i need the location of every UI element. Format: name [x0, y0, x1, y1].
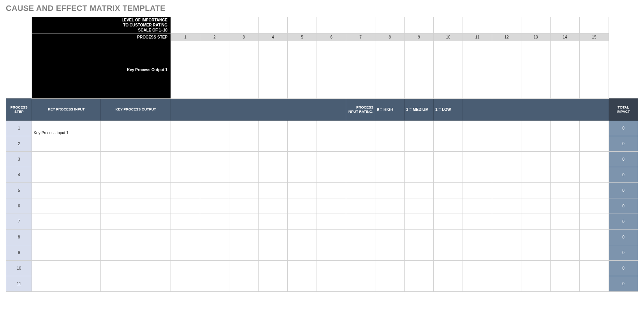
rating-cell[interactable] — [550, 167, 579, 183]
rating-cell[interactable] — [521, 198, 550, 214]
rating-cell[interactable] — [229, 214, 259, 230]
rating-cell[interactable] — [259, 198, 288, 214]
rating-cell[interactable] — [433, 183, 463, 198]
rating-cell[interactable] — [317, 245, 346, 261]
key-process-input-cell[interactable] — [32, 245, 101, 261]
rating-cell[interactable] — [171, 198, 200, 214]
rating-cell[interactable] — [346, 183, 375, 198]
rating-cell[interactable] — [288, 198, 317, 214]
rating-cell[interactable] — [229, 183, 259, 198]
rating-cell[interactable] — [579, 152, 609, 167]
rating-cell[interactable] — [171, 245, 200, 261]
rating-cell[interactable] — [433, 121, 463, 136]
output-cell[interactable] — [288, 41, 317, 99]
importance-cell[interactable] — [375, 17, 405, 33]
rating-cell[interactable] — [346, 136, 375, 152]
rating-cell[interactable] — [346, 167, 375, 183]
rating-cell[interactable] — [288, 245, 317, 261]
rating-cell[interactable] — [200, 198, 229, 214]
output-cell[interactable] — [492, 41, 521, 99]
rating-cell[interactable] — [171, 230, 200, 245]
rating-cell[interactable] — [405, 183, 434, 198]
rating-cell[interactable] — [463, 261, 492, 276]
rating-cell[interactable] — [259, 152, 288, 167]
rating-cell[interactable] — [288, 136, 317, 152]
rating-cell[interactable] — [579, 230, 609, 245]
output-cell[interactable] — [259, 41, 288, 99]
rating-cell[interactable] — [229, 121, 259, 136]
rating-cell[interactable] — [433, 245, 463, 261]
rating-cell[interactable] — [200, 136, 229, 152]
rating-cell[interactable] — [229, 276, 259, 292]
rating-cell[interactable] — [405, 276, 434, 292]
rating-cell[interactable] — [433, 214, 463, 230]
rating-cell[interactable] — [288, 276, 317, 292]
rating-cell[interactable] — [171, 121, 200, 136]
importance-cell[interactable] — [463, 17, 492, 33]
rating-cell[interactable] — [492, 167, 521, 183]
rating-cell[interactable] — [288, 121, 317, 136]
rating-cell[interactable] — [550, 261, 579, 276]
rating-cell[interactable] — [200, 167, 229, 183]
rating-cell[interactable] — [521, 183, 550, 198]
rating-cell[interactable] — [405, 261, 434, 276]
rating-cell[interactable] — [521, 245, 550, 261]
rating-cell[interactable] — [259, 167, 288, 183]
rating-cell[interactable] — [521, 276, 550, 292]
rating-cell[interactable] — [433, 167, 463, 183]
importance-cell[interactable] — [492, 17, 521, 33]
rating-cell[interactable] — [171, 167, 200, 183]
rating-cell[interactable] — [463, 214, 492, 230]
key-process-input-cell[interactable] — [32, 261, 101, 276]
output-cell[interactable] — [375, 41, 405, 99]
importance-cell[interactable] — [521, 17, 550, 33]
rating-cell[interactable] — [405, 230, 434, 245]
key-process-output-cell[interactable] — [101, 214, 171, 230]
output-cell[interactable] — [433, 41, 463, 99]
rating-cell[interactable] — [229, 245, 259, 261]
rating-cell[interactable] — [375, 230, 405, 245]
key-process-output-cell[interactable] — [101, 276, 171, 292]
key-process-input-cell[interactable] — [32, 167, 101, 183]
rating-cell[interactable] — [521, 230, 550, 245]
rating-cell[interactable] — [288, 152, 317, 167]
rating-cell[interactable] — [375, 198, 405, 214]
rating-cell[interactable] — [317, 167, 346, 183]
rating-cell[interactable] — [259, 230, 288, 245]
rating-cell[interactable] — [492, 276, 521, 292]
rating-cell[interactable] — [200, 261, 229, 276]
rating-cell[interactable] — [375, 152, 405, 167]
key-process-input-cell[interactable] — [32, 214, 101, 230]
key-process-input-cell[interactable] — [32, 183, 101, 198]
rating-cell[interactable] — [200, 230, 229, 245]
rating-cell[interactable] — [171, 183, 200, 198]
rating-cell[interactable] — [405, 214, 434, 230]
rating-cell[interactable] — [229, 167, 259, 183]
rating-cell[interactable] — [200, 245, 229, 261]
key-process-input-cell[interactable] — [32, 276, 101, 292]
rating-cell[interactable] — [521, 261, 550, 276]
rating-cell[interactable] — [521, 167, 550, 183]
rating-cell[interactable] — [433, 230, 463, 245]
importance-cell[interactable] — [433, 17, 463, 33]
rating-cell[interactable] — [492, 230, 521, 245]
rating-cell[interactable] — [433, 276, 463, 292]
rating-cell[interactable] — [405, 121, 434, 136]
rating-cell[interactable] — [259, 261, 288, 276]
rating-cell[interactable] — [405, 152, 434, 167]
rating-cell[interactable] — [317, 198, 346, 214]
rating-cell[interactable] — [317, 121, 346, 136]
output-cell[interactable] — [171, 41, 200, 99]
importance-cell[interactable] — [579, 17, 609, 33]
rating-cell[interactable] — [492, 245, 521, 261]
rating-cell[interactable] — [463, 245, 492, 261]
rating-cell[interactable] — [463, 136, 492, 152]
rating-cell[interactable] — [200, 121, 229, 136]
rating-cell[interactable] — [579, 121, 609, 136]
rating-cell[interactable] — [550, 183, 579, 198]
output-cell[interactable] — [346, 41, 375, 99]
importance-cell[interactable] — [288, 17, 317, 33]
rating-cell[interactable] — [579, 167, 609, 183]
rating-cell[interactable] — [405, 245, 434, 261]
key-process-output-cell[interactable] — [101, 167, 171, 183]
